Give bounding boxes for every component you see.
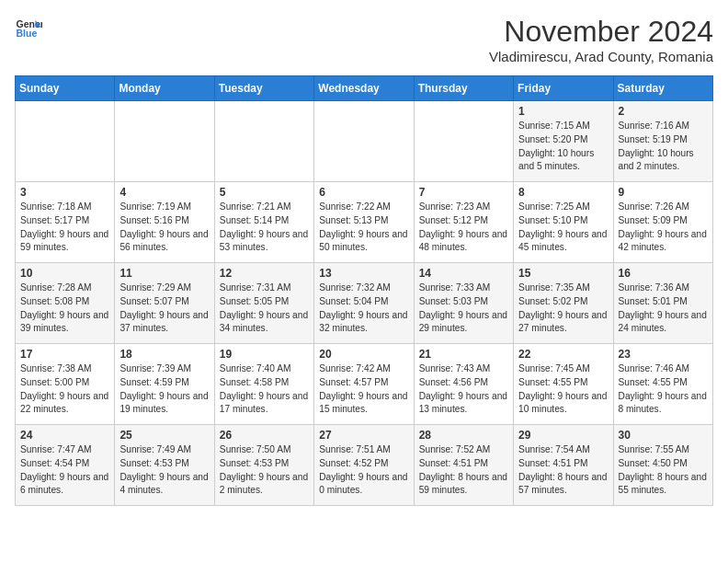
- title-section: November 2024 Vladimirescu, Arad County,…: [489, 15, 713, 64]
- day-info: Sunrise: 7:35 AMSunset: 5:02 PMDaylight:…: [518, 282, 608, 336]
- day-number: 25: [119, 429, 209, 442]
- day-info: Sunrise: 7:26 AMSunset: 5:09 PMDaylight:…: [619, 201, 708, 255]
- day-number: 19: [220, 348, 309, 361]
- day-number: 21: [419, 348, 508, 361]
- day-number: 30: [619, 429, 708, 442]
- calendar-cell: 21Sunrise: 7:43 AMSunset: 4:56 PMDayligh…: [414, 344, 513, 425]
- page-header: General Blue November 2024 Vladimirescu,…: [15, 15, 713, 64]
- calendar-cell: 6Sunrise: 7:22 AMSunset: 5:13 PMDaylight…: [314, 182, 414, 263]
- day-number: 8: [518, 186, 608, 199]
- day-info: Sunrise: 7:45 AMSunset: 4:55 PMDaylight:…: [518, 362, 608, 417]
- day-info: Sunrise: 7:15 AMSunset: 5:20 PMDaylight:…: [518, 120, 608, 174]
- calendar-cell: 24Sunrise: 7:47 AMSunset: 4:54 PMDayligh…: [16, 425, 115, 506]
- day-info: Sunrise: 7:29 AMSunset: 5:07 PMDaylight:…: [119, 282, 209, 336]
- day-number: 11: [119, 267, 209, 280]
- calendar-cell: 22Sunrise: 7:45 AMSunset: 4:55 PMDayligh…: [514, 344, 613, 425]
- day-info: Sunrise: 7:50 AMSunset: 4:53 PMDaylight:…: [220, 443, 309, 498]
- day-number: 22: [518, 348, 608, 361]
- calendar-cell: 15Sunrise: 7:35 AMSunset: 5:02 PMDayligh…: [514, 263, 613, 344]
- day-info: Sunrise: 7:28 AMSunset: 5:08 PMDaylight:…: [20, 282, 109, 336]
- header-sunday: Sunday: [16, 76, 115, 101]
- calendar-cell: [16, 101, 115, 182]
- day-info: Sunrise: 7:55 AMSunset: 4:50 PMDaylight:…: [619, 443, 708, 498]
- day-number: 12: [220, 267, 309, 280]
- day-number: 16: [619, 267, 708, 280]
- day-info: Sunrise: 7:33 AMSunset: 5:03 PMDaylight:…: [419, 282, 508, 336]
- calendar-cell: 17Sunrise: 7:38 AMSunset: 5:00 PMDayligh…: [16, 344, 115, 425]
- calendar-cell: 14Sunrise: 7:33 AMSunset: 5:03 PMDayligh…: [414, 263, 513, 344]
- calendar-cell: 12Sunrise: 7:31 AMSunset: 5:05 PMDayligh…: [214, 263, 313, 344]
- calendar-cell: 28Sunrise: 7:52 AMSunset: 4:51 PMDayligh…: [414, 425, 513, 506]
- day-info: Sunrise: 7:25 AMSunset: 5:10 PMDaylight:…: [518, 201, 608, 255]
- calendar-cell: 11Sunrise: 7:29 AMSunset: 5:07 PMDayligh…: [115, 263, 214, 344]
- logo: General Blue: [15, 15, 42, 42]
- day-info: Sunrise: 7:21 AMSunset: 5:14 PMDaylight:…: [220, 201, 309, 255]
- day-info: Sunrise: 7:19 AMSunset: 5:16 PMDaylight:…: [119, 201, 209, 255]
- header-thursday: Thursday: [414, 76, 513, 101]
- calendar-cell: 16Sunrise: 7:36 AMSunset: 5:01 PMDayligh…: [613, 263, 712, 344]
- calendar-header-row: SundayMondayTuesdayWednesdayThursdayFrid…: [16, 76, 713, 101]
- calendar-cell: [214, 101, 313, 182]
- day-number: 27: [319, 429, 408, 442]
- calendar-cell: 13Sunrise: 7:32 AMSunset: 5:04 PMDayligh…: [314, 263, 414, 344]
- day-info: Sunrise: 7:22 AMSunset: 5:13 PMDaylight:…: [319, 201, 408, 255]
- calendar-cell: 30Sunrise: 7:55 AMSunset: 4:50 PMDayligh…: [613, 425, 712, 506]
- day-number: 2: [619, 105, 708, 118]
- day-number: 26: [220, 429, 309, 442]
- day-info: Sunrise: 7:31 AMSunset: 5:05 PMDaylight:…: [220, 282, 309, 336]
- day-info: Sunrise: 7:54 AMSunset: 4:51 PMDaylight:…: [518, 443, 608, 498]
- calendar-cell: [115, 101, 214, 182]
- week-row-1: 1Sunrise: 7:15 AMSunset: 5:20 PMDaylight…: [16, 101, 713, 182]
- day-number: 9: [619, 186, 708, 199]
- calendar-cell: 29Sunrise: 7:54 AMSunset: 4:51 PMDayligh…: [514, 425, 613, 506]
- day-info: Sunrise: 7:46 AMSunset: 4:55 PMDaylight:…: [619, 362, 708, 417]
- calendar-cell: 10Sunrise: 7:28 AMSunset: 5:08 PMDayligh…: [16, 263, 115, 344]
- week-row-3: 10Sunrise: 7:28 AMSunset: 5:08 PMDayligh…: [16, 263, 713, 344]
- header-tuesday: Tuesday: [214, 76, 313, 101]
- day-number: 23: [619, 348, 708, 361]
- day-number: 5: [220, 186, 309, 199]
- day-info: Sunrise: 7:36 AMSunset: 5:01 PMDaylight:…: [619, 282, 708, 336]
- day-info: Sunrise: 7:40 AMSunset: 4:58 PMDaylight:…: [220, 362, 309, 417]
- day-info: Sunrise: 7:52 AMSunset: 4:51 PMDaylight:…: [419, 443, 508, 498]
- day-number: 10: [20, 267, 109, 280]
- day-info: Sunrise: 7:18 AMSunset: 5:17 PMDaylight:…: [20, 201, 109, 255]
- calendar-cell: 25Sunrise: 7:49 AMSunset: 4:53 PMDayligh…: [115, 425, 214, 506]
- day-info: Sunrise: 7:39 AMSunset: 4:59 PMDaylight:…: [119, 362, 209, 417]
- day-info: Sunrise: 7:23 AMSunset: 5:12 PMDaylight:…: [419, 201, 508, 255]
- day-number: 15: [518, 267, 608, 280]
- day-info: Sunrise: 7:16 AMSunset: 5:19 PMDaylight:…: [619, 120, 708, 174]
- day-info: Sunrise: 7:49 AMSunset: 4:53 PMDaylight:…: [119, 443, 209, 498]
- calendar-cell: 4Sunrise: 7:19 AMSunset: 5:16 PMDaylight…: [115, 182, 214, 263]
- day-info: Sunrise: 7:32 AMSunset: 5:04 PMDaylight:…: [319, 282, 408, 336]
- day-info: Sunrise: 7:42 AMSunset: 4:57 PMDaylight:…: [319, 362, 408, 417]
- calendar-cell: 3Sunrise: 7:18 AMSunset: 5:17 PMDaylight…: [16, 182, 115, 263]
- svg-text:Blue: Blue: [17, 28, 38, 39]
- calendar-cell: 2Sunrise: 7:16 AMSunset: 5:19 PMDaylight…: [613, 101, 712, 182]
- week-row-5: 24Sunrise: 7:47 AMSunset: 4:54 PMDayligh…: [16, 425, 713, 506]
- month-title: November 2024: [489, 15, 713, 49]
- calendar-cell: 19Sunrise: 7:40 AMSunset: 4:58 PMDayligh…: [214, 344, 313, 425]
- calendar-cell: [314, 101, 414, 182]
- day-number: 3: [20, 186, 109, 199]
- calendar-cell: 1Sunrise: 7:15 AMSunset: 5:20 PMDaylight…: [514, 101, 613, 182]
- calendar-cell: 18Sunrise: 7:39 AMSunset: 4:59 PMDayligh…: [115, 344, 214, 425]
- day-number: 13: [319, 267, 408, 280]
- day-info: Sunrise: 7:51 AMSunset: 4:52 PMDaylight:…: [319, 443, 408, 498]
- week-row-2: 3Sunrise: 7:18 AMSunset: 5:17 PMDaylight…: [16, 182, 713, 263]
- calendar-cell: 7Sunrise: 7:23 AMSunset: 5:12 PMDaylight…: [414, 182, 513, 263]
- day-number: 29: [518, 429, 608, 442]
- calendar-cell: 26Sunrise: 7:50 AMSunset: 4:53 PMDayligh…: [214, 425, 313, 506]
- week-row-4: 17Sunrise: 7:38 AMSunset: 5:00 PMDayligh…: [16, 344, 713, 425]
- calendar-cell: 27Sunrise: 7:51 AMSunset: 4:52 PMDayligh…: [314, 425, 414, 506]
- calendar-cell: 20Sunrise: 7:42 AMSunset: 4:57 PMDayligh…: [314, 344, 414, 425]
- calendar-cell: [414, 101, 513, 182]
- header-monday: Monday: [115, 76, 214, 101]
- calendar-table: SundayMondayTuesdayWednesdayThursdayFrid…: [15, 75, 713, 506]
- day-number: 14: [419, 267, 508, 280]
- day-number: 24: [20, 429, 109, 442]
- logo-icon: General Blue: [15, 15, 42, 42]
- day-number: 4: [119, 186, 209, 199]
- day-number: 18: [119, 348, 209, 361]
- day-number: 20: [319, 348, 408, 361]
